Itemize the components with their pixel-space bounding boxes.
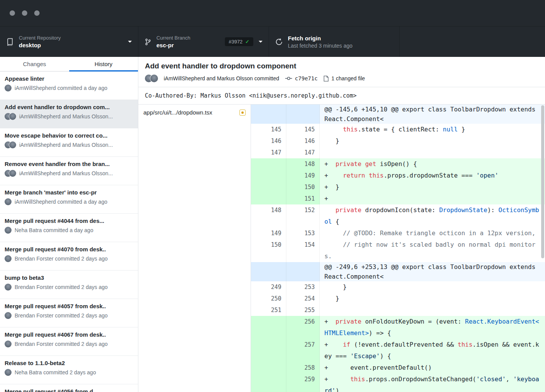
code-line: + [320,193,545,204]
close-button[interactable] [10,10,15,16]
branch-text: Current Branch esc-pr [156,35,225,48]
commit-item-meta-text: iAmWillShepherd and Markus Olsson... [19,170,113,176]
commit-list-item[interactable]: Merge pull request #4057 from desk..Bren… [0,299,138,327]
commit-list-item[interactable]: Remove event handler from the bran...iAm… [0,157,138,185]
new-line-number: 256 [286,316,320,339]
branch-dropdown[interactable]: Current Branch esc-pr #3972 ✓ [138,27,269,57]
commit-item-meta: Brendan Forster committed 2 days ago [5,255,133,262]
code-token: isOpen() { [376,160,417,168]
file-list-item[interactable]: app/src/ui/t.../dropdown.tsx [138,105,251,120]
code-token: 'open' [476,172,498,179]
diff-line-marker: + [324,375,328,383]
minimize-button[interactable] [22,10,27,16]
sync-icon [275,38,283,46]
code-line [320,304,545,316]
commit-item-meta-text: iAmWillShepherd committed a day ago [15,199,107,205]
commit-item-meta: iAmWillShepherd committed a day ago [5,198,133,205]
new-line-number: 154 [286,239,320,262]
scrollbar-thumb[interactable] [541,105,544,258]
new-line-number: 253 [286,281,320,293]
scrollbar[interactable] [541,105,544,391]
diff-row-add: 259+ this.props.onDropdownStateChanged('… [251,374,545,392]
diff-row-add: 148+ private get isOpen() { [251,158,545,170]
commit-authors: iAmWillShepherd and Markus Olsson commit… [164,75,279,81]
old-line-number [251,374,286,392]
file-path: app/src/ui/t.../dropdown.tsx [143,109,212,116]
commit-summary: Add event handler to dropdown component … [138,57,545,87]
commit-list-item[interactable]: Merge pull request #4044 from des...Neha… [0,214,138,242]
tab-history[interactable]: History [69,57,138,71]
commit-list-item[interactable]: Merge pull request #4070 from desk..Bren… [0,242,138,271]
code-token: } [328,283,347,291]
diff-line-marker: + [324,195,328,202]
sidebar-tabs: Changes History [0,57,138,71]
branch-label: Current Branch [156,35,225,41]
diff-line-marker [324,229,328,237]
commit-item-meta-text: Brendan Forster committed 2 days ago [15,284,108,290]
commit-item-meta: Neha Batra committed 2 days ago [5,369,133,376]
commit-list-item[interactable]: Merge pull request #4056 from d... [0,384,138,392]
avatar-stack [5,170,16,177]
commit-list-item[interactable]: Release to 1.1.0-beta2Neha Batra committ… [0,356,138,384]
commit-item-meta-text: Brendan Forster committed 2 days ago [15,341,108,347]
fetch-label: Fetch origin [288,35,393,42]
repository-text: Current Repository desktop [19,35,128,48]
commit-meta-row: iAmWillShepherd and Markus Olsson commit… [145,75,538,82]
diff-row-context: 146146 } [251,135,545,147]
diff-row-add: 258+ event.preventDefault() [251,362,545,374]
commit-item-title: Merge pull request #4057 from desk.. [5,303,133,309]
old-line-number [251,158,286,170]
diff-line-marker: + [324,341,328,348]
avatar [5,255,12,262]
commit-item-title: Move escape behavior to correct co... [5,132,133,139]
code-line: @@ -249,6 +253,13 @@ export class Toolba… [320,262,545,281]
code-token: event.preventDefault() [328,364,432,371]
diff-line-marker [324,137,328,145]
code-token [328,160,336,168]
github-desktop-window: Current Repository desktop Current Branc… [0,0,545,392]
commit-item-title: Merge branch 'master' into esc-pr [5,189,133,196]
commit-list-item[interactable]: Move escape behavior to correct co...iAm… [0,128,138,157]
diff-row-context: 251255 [251,304,545,316]
fetch-text: Fetch origin Last fetched 3 minutes ago [288,35,393,49]
commit-list-item[interactable]: Appease linteriAmWillShepherd committed … [0,71,138,100]
ci-success-icon: ✓ [245,39,249,45]
diff-line-marker: + [324,364,328,371]
file-list: app/src/ui/t.../dropdown.tsx [138,105,251,392]
avatar [9,141,16,148]
diff-row-add: 150+ } [251,181,545,193]
chevron-down-icon [128,41,132,43]
commit-item-title: Merge pull request #4070 from desk.. [5,246,133,252]
commit-list-item[interactable]: Merge branch 'master' into esc-priAmWill… [0,185,138,214]
repository-label: Current Repository [19,35,128,41]
code-token: ) [336,387,339,392]
toolbar: Current Repository desktop Current Branc… [0,26,545,57]
repository-name: desktop [19,42,128,48]
diff-line-marker [324,283,328,291]
code-line: private dropdownIcon(state: DropdownStat… [320,204,545,228]
commit-item-title: Merge pull request #4044 from des... [5,218,133,224]
commit-list-item[interactable]: Merge pull request #4067 from desk..Bren… [0,327,138,356]
maximize-button[interactable] [34,10,40,16]
tab-changes[interactable]: Changes [0,57,69,71]
avatar-stack [5,113,16,120]
fetch-origin-button[interactable]: Fetch origin Last fetched 3 minutes ago [269,27,400,57]
commit-detail-panel: Add event handler to dropdown component … [138,57,545,392]
code-line: @@ -145,6 +145,10 @@ export class Toolba… [320,105,545,124]
commit-sha: c79e71c [295,75,317,81]
code-token [328,229,343,237]
commit-list-item[interactable]: Add event handler to dropdown com...iAmW… [0,100,138,128]
diff-line-marker: + [324,318,328,325]
code-line: + event.preventDefault() [320,362,545,374]
new-line-number: 152 [286,204,320,228]
repo-icon [6,38,14,46]
code-token [365,172,369,179]
diff-row-hunk: @@ -249,6 +253,13 @@ export class Toolba… [251,262,545,281]
commit-item-title: bump to beta3 [5,274,133,281]
commit-item-meta: iAmWillShepherd and Markus Olsson... [5,113,133,120]
repository-dropdown[interactable]: Current Repository desktop [0,27,138,57]
code-token: this [369,172,384,179]
new-line-number: 151 [286,193,320,204]
commit-list-item[interactable]: bump to beta3Brendan Forster committed 2… [0,271,138,299]
code-token: } [328,137,339,145]
